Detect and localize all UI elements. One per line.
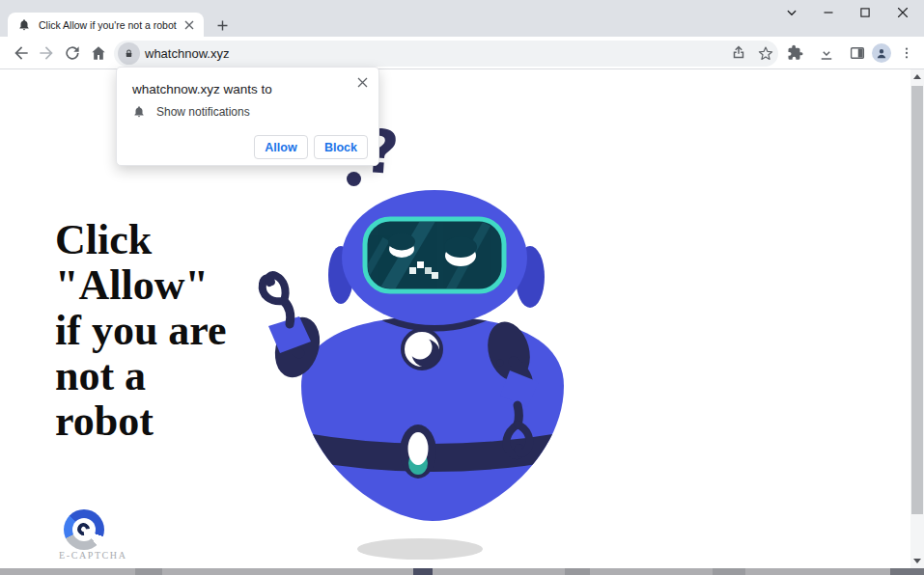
tab-strip: Click Allow if you're not a robot	[0, 0, 924, 37]
notification-bell-icon	[132, 105, 146, 119]
heading-line: not a	[55, 353, 227, 398]
scrollbar-thumb[interactable]	[911, 86, 923, 514]
robot-illustration	[232, 116, 579, 569]
permission-label: Show notifications	[156, 105, 250, 119]
page-bottom-strip	[0, 568, 924, 575]
tab-close-icon[interactable]	[182, 17, 197, 33]
browser-window: Click Allow if you're not a robot	[0, 0, 924, 575]
window-minimize-icon[interactable]	[820, 4, 837, 21]
heading-line: Click	[55, 217, 227, 262]
download-icon[interactable]	[818, 44, 835, 62]
window-close-icon[interactable]	[894, 4, 911, 21]
allow-button[interactable]: Allow	[254, 135, 308, 159]
new-tab-button[interactable]	[214, 17, 231, 34]
heading-line: "Allow"	[55, 262, 227, 308]
dialog-close-icon[interactable]	[357, 74, 371, 88]
e-captcha-label: E-CAPTCHA	[59, 550, 127, 561]
heading-line: robot	[55, 398, 227, 444]
url-text: whatchnow.xyz	[145, 46, 229, 61]
scroll-down-icon[interactable]	[910, 554, 924, 568]
back-icon[interactable]	[12, 43, 31, 63]
address-bar[interactable]: whatchnow.xyz	[114, 41, 778, 67]
share-icon[interactable]	[730, 44, 747, 62]
page-heading: Click "Allow" if you are not a robot	[55, 217, 227, 444]
extensions-puzzle-icon[interactable]	[787, 44, 804, 62]
heading-line: if you are	[55, 308, 227, 353]
browser-menu-icon[interactable]	[899, 44, 914, 62]
window-caret-icon[interactable]	[783, 4, 800, 21]
tab-title: Click Allow if you're not a robot	[39, 19, 180, 31]
bell-favicon-icon	[17, 18, 31, 32]
scroll-up-icon[interactable]	[910, 69, 924, 84]
home-icon[interactable]	[89, 43, 108, 63]
bookmark-star-icon[interactable]	[757, 44, 774, 62]
forward-icon[interactable]	[37, 43, 56, 63]
notification-permission-dialog: whatchnow.xyz wants to Show notification…	[116, 67, 379, 166]
reload-icon[interactable]	[63, 43, 82, 63]
site-lock-icon[interactable]	[118, 42, 140, 65]
dialog-title: whatchnow.xyz wants to	[132, 82, 272, 96]
window-maximize-icon[interactable]	[856, 4, 874, 21]
e-captcha-logo	[64, 509, 104, 550]
browser-tab[interactable]: Click Allow if you're not a robot	[8, 13, 204, 37]
block-button[interactable]: Block	[314, 135, 368, 159]
profile-avatar[interactable]	[872, 43, 891, 63]
vertical-scrollbar[interactable]	[910, 69, 924, 568]
side-panel-icon[interactable]	[849, 44, 866, 62]
